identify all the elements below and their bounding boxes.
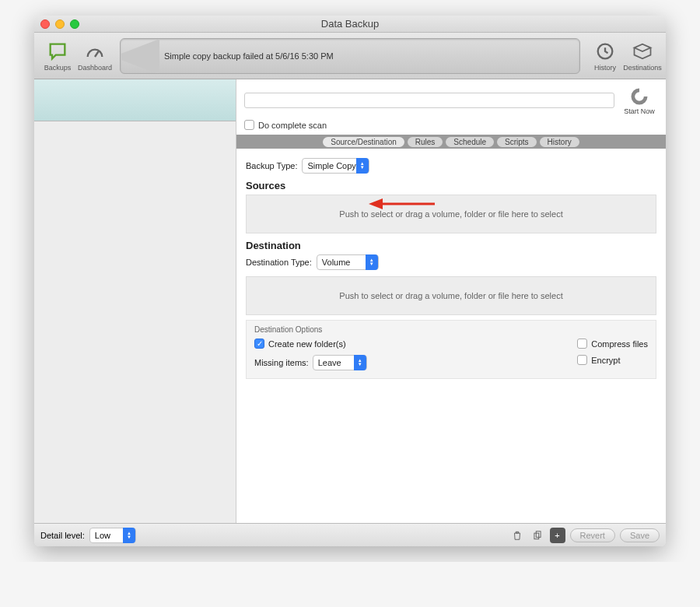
- encrypt-label: Encrypt: [591, 356, 620, 365]
- swirl-icon: [628, 86, 650, 107]
- compress-checkbox[interactable]: [577, 339, 587, 349]
- sources-drop-text: Push to select or drag a volume, folder …: [339, 209, 562, 219]
- destination-type-value: Volume: [322, 258, 351, 267]
- window-title: Data Backup: [34, 18, 666, 30]
- add-button[interactable]: +: [550, 528, 565, 543]
- body: Start Now Do complete scan Source/Destin…: [34, 79, 666, 523]
- tab-schedule[interactable]: Schedule: [446, 137, 494, 147]
- clock-icon: [594, 40, 616, 62]
- trash-icon: [512, 530, 523, 541]
- main-panel: Start Now Do complete scan Source/Destin…: [236, 79, 666, 523]
- missing-items-row: Missing items: Leave ▲▼: [254, 355, 367, 370]
- save-button[interactable]: Save: [620, 528, 660, 542]
- detail-level-value: Low: [95, 531, 110, 540]
- svg-rect-5: [536, 531, 541, 537]
- compress-row: Compress files: [577, 339, 648, 349]
- destination-type-label: Destination Type:: [246, 258, 312, 267]
- chevron-updown-icon: ▲▼: [354, 355, 366, 370]
- destinations-button[interactable]: Destinations: [624, 40, 661, 72]
- destination-options-title: Destination Options: [254, 325, 648, 334]
- dashboard-button[interactable]: Dashboard: [76, 40, 114, 72]
- encrypt-checkbox[interactable]: [577, 355, 587, 365]
- sidebar-backup-item[interactable]: [34, 79, 236, 121]
- destination-drop-text: Push to select or drag a volume, folder …: [339, 291, 562, 300]
- missing-items-label: Missing items:: [254, 358, 309, 367]
- copy-icon: [532, 530, 543, 541]
- svg-line-0: [95, 51, 99, 57]
- sidebar: [34, 79, 236, 523]
- chevron-updown-icon: ▲▼: [366, 254, 378, 270]
- tab-source-destination[interactable]: Source/Destination: [323, 137, 404, 147]
- chevron-updown-icon: ▲▼: [356, 158, 369, 174]
- chevron-updown-icon: ▲▼: [123, 528, 135, 543]
- destination-options: Destination Options ✓ Create new folder(…: [246, 320, 656, 379]
- backups-label: Backups: [44, 64, 72, 72]
- app-window: Data Backup Backups Dashboard Simple cop…: [34, 16, 666, 546]
- destinations-label: Destinations: [623, 64, 662, 72]
- start-now-label: Start Now: [624, 107, 655, 115]
- footer: Detail level: Low ▲▼ + Revert Save: [34, 523, 666, 546]
- destination-type-row: Destination Type: Volume ▲▼: [246, 254, 656, 270]
- svg-rect-4: [534, 533, 538, 539]
- banner-tail-icon: [120, 39, 159, 74]
- gauge-icon: [84, 40, 106, 62]
- destination-heading: Destination: [246, 240, 656, 251]
- plus-icon: +: [555, 531, 559, 540]
- tab-content: Backup Type: Simple Copy ▲▼ Sources Push…: [236, 149, 666, 385]
- tab-rules[interactable]: Rules: [408, 137, 443, 147]
- backups-button[interactable]: Backups: [39, 40, 76, 72]
- dashboard-label: Dashboard: [78, 64, 112, 72]
- delete-button[interactable]: [509, 528, 525, 543]
- toolbar: Backups Dashboard Simple copy backup fai…: [34, 33, 666, 79]
- destination-dropzone[interactable]: Push to select or drag a volume, folder …: [246, 276, 656, 315]
- duplicate-button[interactable]: [530, 528, 545, 543]
- backup-type-label: Backup Type:: [246, 161, 297, 170]
- do-complete-scan-checkbox[interactable]: [244, 120, 254, 130]
- tab-bar: Source/Destination Rules Schedule Script…: [236, 135, 666, 149]
- status-text: Simple copy backup failed at 5/6/16 5:30…: [164, 51, 334, 61]
- compress-label: Compress files: [591, 339, 648, 349]
- backup-name-input[interactable]: [244, 93, 614, 108]
- tab-scripts[interactable]: Scripts: [497, 137, 537, 147]
- create-folders-label: Create new folder(s): [268, 339, 346, 349]
- status-banner: Simple copy backup failed at 5/6/16 5:30…: [120, 38, 580, 74]
- missing-items-select[interactable]: Leave ▲▼: [313, 355, 367, 370]
- backup-type-value: Simple Copy: [307, 161, 355, 170]
- missing-items-value: Leave: [318, 358, 341, 367]
- speech-bubble-icon: [47, 40, 68, 62]
- history-button[interactable]: History: [586, 40, 624, 72]
- revert-button[interactable]: Revert: [570, 528, 615, 542]
- tab-history[interactable]: History: [540, 137, 579, 147]
- sources-dropzone[interactable]: Push to select or drag a volume, folder …: [246, 195, 656, 233]
- detail-level-label: Detail level:: [40, 531, 85, 540]
- detail-level-select[interactable]: Low ▲▼: [89, 528, 136, 543]
- create-folders-row: ✓ Create new folder(s): [254, 339, 367, 349]
- history-label: History: [594, 64, 616, 72]
- start-now-button[interactable]: Start Now: [621, 86, 658, 115]
- encrypt-row: Encrypt: [577, 355, 648, 365]
- backup-type-row: Backup Type: Simple Copy ▲▼: [246, 158, 656, 174]
- backup-type-select[interactable]: Simple Copy ▲▼: [302, 158, 369, 174]
- sources-heading: Sources: [246, 180, 656, 191]
- do-complete-scan-label: Do complete scan: [258, 121, 327, 130]
- titlebar: Data Backup: [34, 16, 666, 33]
- scan-row: Do complete scan: [236, 118, 666, 135]
- destination-type-select[interactable]: Volume ▲▼: [317, 254, 379, 270]
- box-icon: [632, 40, 653, 62]
- create-folders-checkbox[interactable]: ✓: [254, 339, 264, 349]
- name-row: Start Now: [236, 79, 666, 118]
